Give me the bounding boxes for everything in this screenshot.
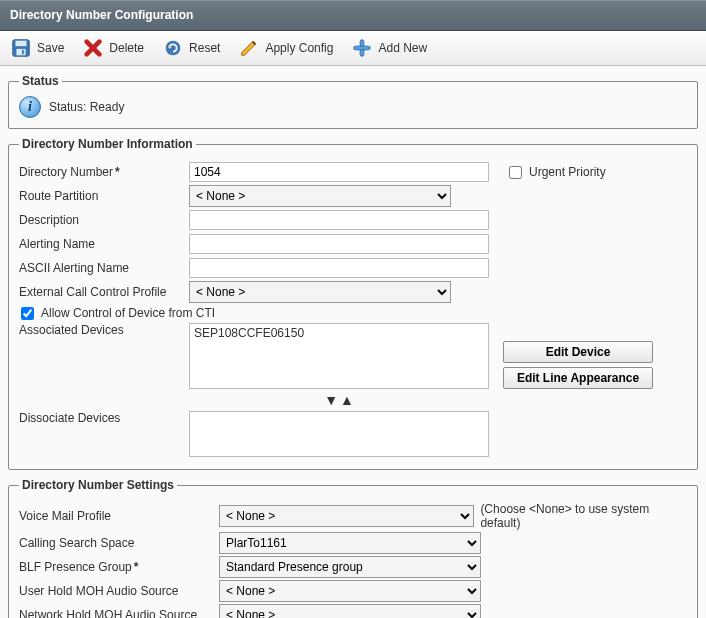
route-partition-select[interactable]: < None > <box>189 185 451 207</box>
user-hold-moh-select[interactable]: < None > <box>219 580 481 602</box>
svg-rect-3 <box>22 50 24 55</box>
apply-config-button[interactable]: Apply Config <box>236 35 335 61</box>
x-delete-icon <box>82 37 104 59</box>
save-label: Save <box>37 41 64 55</box>
svg-rect-6 <box>354 46 371 50</box>
network-hold-moh-select[interactable]: < None > <box>219 604 481 618</box>
add-new-label: Add New <box>378 41 427 55</box>
urgent-priority-checkbox[interactable] <box>509 166 522 179</box>
pencil-icon <box>238 37 260 59</box>
associated-devices-list[interactable]: SEP108CCFE06150 <box>189 323 489 389</box>
ext-call-control-select[interactable]: < None > <box>189 281 451 303</box>
save-button[interactable]: Save <box>8 35 66 61</box>
alerting-name-input[interactable] <box>189 234 489 254</box>
delete-button[interactable]: Delete <box>80 35 146 61</box>
svg-rect-2 <box>16 49 25 55</box>
dissociate-devices-list[interactable] <box>189 411 489 457</box>
edit-device-button[interactable]: Edit Device <box>503 341 653 363</box>
urgent-priority-label: Urgent Priority <box>529 165 606 179</box>
reset-label: Reset <box>189 41 220 55</box>
svg-point-4 <box>166 41 181 56</box>
blf-presence-group-select[interactable]: Standard Presence group <box>219 556 481 578</box>
dn-settings-fieldset: Directory Number Settings Voice Mail Pro… <box>8 478 698 618</box>
ascii-alerting-name-input[interactable] <box>189 258 489 278</box>
network-hold-moh-label: Network Hold MOH Audio Source <box>19 608 219 618</box>
reset-button[interactable]: Reset <box>160 35 222 61</box>
alerting-name-label: Alerting Name <box>19 237 189 251</box>
info-icon: i <box>19 96 41 118</box>
voice-mail-profile-select[interactable]: < None > <box>219 505 474 527</box>
voice-mail-profile-label: Voice Mail Profile <box>19 509 219 523</box>
route-partition-label: Route Partition <box>19 189 189 203</box>
delete-label: Delete <box>109 41 144 55</box>
status-fieldset: Status i Status: Ready <box>8 74 698 129</box>
edit-line-appearance-button[interactable]: Edit Line Appearance <box>503 367 653 389</box>
chevron-up-icon[interactable]: ▲︎ <box>340 393 354 407</box>
description-label: Description <box>19 213 189 227</box>
apply-config-label: Apply Config <box>265 41 333 55</box>
directory-number-input[interactable] <box>189 162 489 182</box>
associated-devices-label: Associated Devices <box>19 323 189 337</box>
add-new-button[interactable]: Add New <box>349 35 429 61</box>
transfer-arrows: ▼︎ ▲︎ <box>189 391 489 409</box>
plus-icon <box>351 37 373 59</box>
directory-number-label: Directory Number <box>19 165 189 179</box>
list-item[interactable]: SEP108CCFE06150 <box>194 326 484 340</box>
voice-mail-profile-hint: (Choose <None> to use system default) <box>480 502 687 530</box>
floppy-disk-icon <box>10 37 32 59</box>
dn-info-fieldset: Directory Number Information Directory N… <box>8 137 698 470</box>
page-title: Directory Number Configuration <box>10 8 193 22</box>
description-input[interactable] <box>189 210 489 230</box>
allow-cti-label: Allow Control of Device from CTI <box>41 306 215 320</box>
allow-cti-checkbox[interactable] <box>21 307 34 320</box>
toolbar: Save Delete Reset Apply Config Add New <box>0 31 706 66</box>
svg-rect-1 <box>16 41 27 47</box>
chevron-down-icon[interactable]: ▼︎ <box>324 393 338 407</box>
dissociate-devices-label: Dissociate Devices <box>19 411 189 425</box>
user-hold-moh-label: User Hold MOH Audio Source <box>19 584 219 598</box>
dn-info-legend: Directory Number Information <box>19 137 196 151</box>
status-text: Status: Ready <box>49 100 124 114</box>
ascii-alerting-name-label: ASCII Alerting Name <box>19 261 189 275</box>
page-title-bar: Directory Number Configuration <box>0 0 706 31</box>
status-legend: Status <box>19 74 62 88</box>
ext-call-control-label: External Call Control Profile <box>19 285 189 299</box>
calling-search-space-select[interactable]: PlarTo1161 <box>219 532 481 554</box>
calling-search-space-label: Calling Search Space <box>19 536 219 550</box>
dn-settings-legend: Directory Number Settings <box>19 478 177 492</box>
reset-icon <box>162 37 184 59</box>
blf-presence-group-label: BLF Presence Group <box>19 560 219 574</box>
